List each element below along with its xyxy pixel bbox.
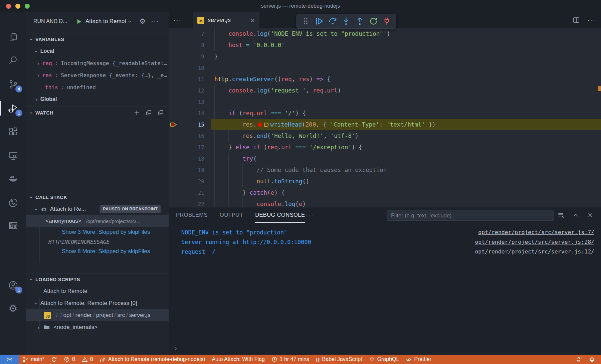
- code-line-17[interactable]: 17 } else if (req.url === '/exception') …: [169, 142, 601, 153]
- remote-indicator[interactable]: ><: [0, 355, 19, 364]
- source-link[interactable]: opt/render/project/src/server.js:28/: [475, 239, 594, 245]
- run-and-debug-icon[interactable]: 1: [0, 101, 26, 116]
- code-line-8[interactable]: 8 host = '0.0.0.0': [169, 39, 601, 51]
- variable-row-res[interactable]: › res: ServerResponse {_events: {…}, _e…: [26, 69, 169, 81]
- debug-console-input[interactable]: ›: [169, 341, 601, 355]
- chevron-down-icon: ›: [29, 279, 34, 281]
- status-sync[interactable]: [48, 355, 60, 364]
- browser-preview-icon[interactable]: [0, 218, 26, 233]
- panel-tab-problems[interactable]: PROBLEMS: [176, 207, 208, 223]
- editor-more-actions-icon[interactable]: ···: [587, 16, 596, 24]
- code-line-19[interactable]: 19 // Some code that causes an exception: [169, 164, 601, 176]
- loaded-session-row[interactable]: Attach to Remote: [26, 285, 169, 297]
- clock-icon: [271, 356, 277, 362]
- code-line-9[interactable]: 9}: [169, 51, 601, 62]
- variable-row-req[interactable]: › req: IncomingMessage {_readableState:…: [26, 57, 169, 69]
- source-control-icon[interactable]: 4: [0, 76, 26, 92]
- panel-tab-debug-console[interactable]: DEBUG CONSOLE: [255, 207, 305, 223]
- code-line-16[interactable]: 16 res.end('Hello, World!', 'utf-8'): [169, 130, 601, 142]
- code-line-11[interactable]: 11http.createServer((req, res) => {: [169, 73, 601, 85]
- skipped-frame-row[interactable]: HTTPINCOMINGMESSAGE: [26, 237, 169, 246]
- console-filter-input[interactable]: [387, 210, 554, 221]
- git-graph-icon[interactable]: [0, 195, 26, 210]
- drag-handle-icon[interactable]: [300, 15, 311, 27]
- show-more-link[interactable]: Show 3 More: Skipped by skipFiles: [62, 229, 150, 235]
- clear-console-icon[interactable]: [558, 212, 564, 218]
- variables-header[interactable]: › VARIABLES: [26, 33, 169, 45]
- inline-breakpoint-icon[interactable]: [258, 123, 262, 127]
- script-row-serverjs[interactable]: JS //opt/render/project/src/server.js: [26, 309, 169, 321]
- debug-configuration-dropdown[interactable]: Attach to Remot: [85, 18, 126, 25]
- restart-button[interactable]: [368, 15, 379, 27]
- code-line-12[interactable]: 12 console.log('request ', req.url): [169, 85, 601, 96]
- continue-button[interactable]: [314, 15, 325, 27]
- code-line-7[interactable]: 7 console.log('NODE_ENV is set to "produ…: [169, 28, 601, 39]
- code-line-18[interactable]: 18 try{: [169, 153, 601, 164]
- debug-session-row[interactable]: › Attach to Re... PAUSED ON BREAKPOINT: [26, 203, 169, 215]
- minimize-window-button[interactable]: [15, 4, 20, 9]
- remote-process-row[interactable]: › Attach to Remote: Remote Process [0]: [26, 297, 169, 309]
- extensions-icon[interactable]: [0, 124, 26, 139]
- call-stack-header[interactable]: › CALL STACK: [26, 191, 169, 203]
- settings-icon[interactable]: ⚙: [0, 301, 26, 316]
- panel-more-actions-icon[interactable]: ···: [306, 211, 314, 218]
- stack-frame-row[interactable]: <anonymous> /opt/render/project/src/...: [26, 215, 169, 227]
- code-line-14[interactable]: 14 if (req.url === '/') {: [169, 108, 601, 119]
- status-label: Prettier: [414, 356, 431, 362]
- explorer-icon[interactable]: [0, 29, 26, 44]
- status-0[interactable]: 0: [60, 355, 78, 364]
- code-line-15[interactable]: 15 res.writeHead(200, { 'Content-Type': …: [169, 119, 601, 130]
- step-over-button[interactable]: [327, 15, 338, 27]
- status-babel-javascript[interactable]: {}Babel JavaScript: [313, 355, 366, 364]
- scope-global[interactable]: › Global: [26, 93, 169, 105]
- configure-gear-icon[interactable]: ⚙: [140, 17, 146, 25]
- code-editor[interactable]: 7 console.log('NODE_ENV is set to "produ…: [169, 28, 601, 207]
- code-line-20[interactable]: 20 null.toString(): [169, 176, 601, 187]
- step-into-button[interactable]: [341, 15, 352, 27]
- source-link[interactable]: opt/render/project/src/server.js:12/: [475, 248, 594, 255]
- status-graphql[interactable]: GraphQL: [366, 355, 403, 364]
- code-line-10[interactable]: 10: [169, 62, 601, 73]
- status-main[interactable]: main*: [19, 355, 48, 364]
- docker-icon[interactable]: [0, 171, 26, 186]
- status-feedback[interactable]: [573, 355, 586, 364]
- tab-serverjs[interactable]: JS server.js ×: [193, 12, 259, 28]
- status-bell[interactable]: [586, 355, 598, 364]
- more-actions-icon[interactable]: ···: [151, 18, 159, 25]
- remote-explorer-icon[interactable]: [0, 148, 26, 163]
- close-tab-icon[interactable]: ×: [251, 17, 255, 24]
- code-line-22[interactable]: 22 console.log(e): [169, 198, 601, 207]
- collapse-all-icon[interactable]: [146, 110, 152, 116]
- more-actions-icon[interactable]: ···: [173, 12, 182, 28]
- close-panel-icon[interactable]: [587, 212, 594, 218]
- status-attach-to-remote-remote-debug-nodejs[interactable]: Attach to Remote (remote-debug-nodejs): [96, 355, 209, 364]
- status-0[interactable]: 0: [78, 355, 96, 364]
- remove-all-icon[interactable]: [158, 110, 164, 116]
- add-expression-icon[interactable]: [134, 110, 140, 116]
- loaded-scripts-header[interactable]: › LOADED SCRIPTS: [26, 273, 169, 285]
- source-link[interactable]: opt/render/project/src/server.js:7/: [478, 229, 594, 235]
- status-auto-attach-with-flag[interactable]: Auto Attach: With Flag: [209, 355, 268, 364]
- scope-local[interactable]: › Local: [26, 45, 169, 57]
- disconnect-button[interactable]: [381, 15, 393, 27]
- code-line-13[interactable]: 13: [169, 96, 601, 108]
- inline-breakpoint-candidate-icon[interactable]: [263, 122, 269, 128]
- start-debugging-button[interactable]: [76, 18, 82, 25]
- accounts-icon[interactable]: 1: [0, 278, 26, 293]
- status-prettier[interactable]: Prettier: [402, 355, 435, 364]
- code-line-21[interactable]: 21 } catch(e) {: [169, 187, 601, 198]
- close-window-button[interactable]: [6, 4, 11, 9]
- code-text: console.log('request ', req.url): [214, 87, 601, 94]
- watch-header[interactable]: › WATCH: [26, 107, 169, 119]
- status-1-hr-47-mins[interactable]: 1 hr 47 mins: [268, 355, 313, 364]
- step-out-button[interactable]: [354, 15, 366, 27]
- maximize-panel-icon[interactable]: [572, 212, 579, 218]
- search-icon[interactable]: [0, 52, 26, 68]
- split-editor-icon[interactable]: [573, 16, 580, 24]
- panel-tab-output[interactable]: OUTPUT: [220, 207, 243, 223]
- variable-row-this[interactable]: this: undefined: [26, 81, 169, 93]
- paused-breakpoint-icon[interactable]: [169, 121, 179, 129]
- show-more-link[interactable]: Show 8 More: Skipped by skipFiles: [62, 248, 150, 255]
- maximize-window-button[interactable]: [25, 4, 30, 9]
- node-internals-row[interactable]: › <node_internals>: [26, 321, 169, 333]
